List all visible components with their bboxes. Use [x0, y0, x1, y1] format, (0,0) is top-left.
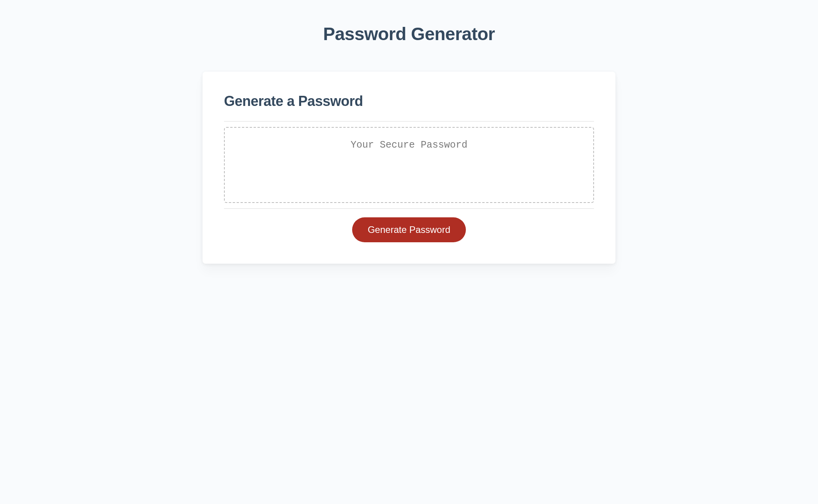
- main-container: Password Generator Generate a Password Y…: [195, 23, 623, 264]
- divider-bottom: [224, 208, 594, 209]
- page-title: Password Generator: [203, 23, 615, 44]
- button-row: Generate Password: [224, 217, 594, 242]
- generator-card: Generate a Password Your Secure Password…: [203, 72, 615, 264]
- divider-top: [224, 121, 594, 122]
- generate-password-button[interactable]: Generate Password: [352, 217, 466, 242]
- password-output: Your Secure Password: [224, 127, 594, 203]
- card-heading: Generate a Password: [224, 93, 594, 109]
